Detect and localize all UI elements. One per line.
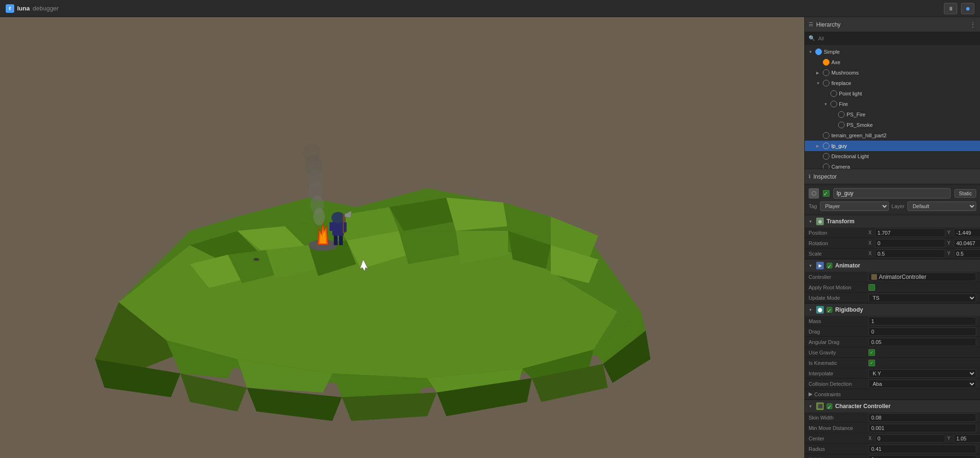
tree-icon-mushrooms: [823, 69, 829, 76]
pos-y-group: Y: [947, 229, 980, 237]
scale-x-input[interactable]: [875, 249, 945, 258]
hierarchy-more-btn[interactable]: ⋮: [970, 21, 976, 29]
collision-select[interactable]: Aba: [868, 380, 976, 388]
tree-icon-fireplace: [823, 80, 829, 86]
interpolate-select[interactable]: K Y: [868, 369, 976, 378]
drag-input[interactable]: [868, 327, 976, 336]
rigidbody-checkbox[interactable]: ✓: [827, 307, 832, 313]
controller-label: Controller: [809, 274, 866, 280]
animator-icon: ▶: [816, 262, 824, 269]
skin-width-input[interactable]: [868, 413, 976, 422]
scale-label: Scale: [809, 251, 866, 257]
svg-rect-48: [334, 236, 338, 245]
constraints-arrow: ▶: [809, 391, 812, 397]
update-mode-select[interactable]: TS: [868, 294, 976, 302]
transform-title: Transform: [827, 218, 855, 225]
tree-item-camera[interactable]: Camera: [805, 162, 980, 169]
tree-item-pointlight[interactable]: Point light: [805, 88, 980, 99]
is-kinematic-checkbox[interactable]: ✓: [868, 360, 875, 366]
pause-button[interactable]: ⏸: [944, 3, 957, 14]
scale-y-group: Y: [947, 249, 980, 258]
viewport[interactable]: [0, 17, 804, 458]
tree-arrow-mushrooms: ▶: [816, 71, 821, 75]
rot-x-label: X: [868, 240, 874, 246]
tree-icon-axe: [823, 59, 829, 66]
controller-row: Controller AnimatorController: [805, 272, 980, 282]
use-gravity-checkbox[interactable]: ✓: [868, 349, 875, 356]
pos-x-input[interactable]: [875, 229, 945, 237]
cc-center-y-input[interactable]: [954, 434, 980, 443]
scale-y-input[interactable]: [954, 249, 980, 258]
search-icon: 🔍: [809, 35, 815, 41]
tree-icon-lpguy: [823, 143, 829, 149]
rot-x-input[interactable]: [875, 239, 945, 248]
tree-label-simple: Simple: [824, 49, 840, 55]
tree-item-terrain[interactable]: terrain_green_hill_part2: [805, 130, 980, 141]
cc-center-x-input[interactable]: [875, 434, 945, 443]
min-move-label: Min Move Distance: [809, 425, 866, 431]
rot-y-input[interactable]: [954, 239, 980, 248]
animator-checkbox[interactable]: ✓: [827, 263, 832, 268]
animator-header[interactable]: ▼ ▶ ✓ Animator: [805, 259, 980, 272]
tree-item-dirlight[interactable]: Directional Light: [805, 151, 980, 162]
rotation-label: Rotation: [809, 240, 866, 246]
tree-item-axe[interactable]: Axe: [805, 57, 980, 67]
scale-xyz: X Y Z: [868, 249, 980, 258]
is-kinematic-label: Is Kinematic: [809, 360, 866, 366]
layer-label: Layer: [892, 203, 905, 209]
pos-y-input[interactable]: [954, 229, 980, 237]
tree-icon-pssmoke: [838, 122, 845, 128]
transform-icon: ⊕: [816, 218, 824, 225]
obj-name-input[interactable]: [833, 188, 951, 199]
height-input[interactable]: [868, 455, 976, 458]
hierarchy-search-input[interactable]: [818, 36, 976, 41]
animator-title: Animator: [835, 262, 860, 269]
apply-root-checkbox[interactable]: [868, 284, 875, 291]
tree-item-lpguy[interactable]: ▶ lp_guy: [805, 141, 980, 151]
cc-icon: ⬛: [816, 402, 824, 410]
radius-input[interactable]: [868, 445, 976, 453]
tree-label-axe: Axe: [831, 59, 840, 65]
cc-center-row: Center X Y Z: [805, 433, 980, 444]
cc-title: Character Controller: [835, 403, 891, 410]
hierarchy-menu-icon: ☰: [809, 21, 813, 28]
is-kinematic-row: Is Kinematic ✓: [805, 358, 980, 368]
inspector-scroll[interactable]: ▼ ⊕ Transform Position X: [805, 215, 980, 458]
angular-drag-input[interactable]: [868, 338, 976, 346]
tree-item-simple[interactable]: ▼ Simple: [805, 47, 980, 57]
character-controller-header[interactable]: ▼ ⬛ ✓ Character Controller: [805, 400, 980, 412]
rigidbody-header[interactable]: ▼ ⬤ ✓ Rigidbody: [805, 304, 980, 316]
min-move-input[interactable]: [868, 424, 976, 432]
height-row: Height: [805, 454, 980, 458]
layer-select[interactable]: Default: [907, 201, 976, 211]
cc-center-x-label: X: [868, 436, 874, 441]
transform-header[interactable]: ▼ ⊕ Transform: [805, 215, 980, 228]
tree-label-lpguy: lp_guy: [831, 143, 847, 149]
tree-arrow-lpguy: ▶: [816, 144, 821, 148]
cc-checkbox[interactable]: ✓: [827, 403, 832, 409]
tree-item-pssmoke[interactable]: PS_Smoke: [805, 120, 980, 130]
tree-item-mushrooms[interactable]: ▶ Mushrooms: [805, 67, 980, 78]
scale-row: Scale X Y Z: [805, 248, 980, 259]
transform-arrow: ▼: [809, 219, 813, 224]
tree-icon-psfire: [838, 111, 845, 118]
record-button[interactable]: ⏺: [961, 3, 974, 14]
obj-active-checkbox[interactable]: ✓: [823, 190, 829, 197]
right-panel: ☰ Hierarchy ⋮ 🔍 ▼ Simple: [804, 17, 980, 458]
position-label: Position: [809, 230, 866, 236]
mass-input[interactable]: [868, 317, 976, 325]
tree-label-mushrooms: Mushrooms: [831, 70, 858, 76]
hierarchy-title: Hierarchy: [816, 21, 840, 28]
constraints-row[interactable]: ▶ Constraints: [805, 389, 980, 400]
controller-ref-icon: [871, 274, 877, 280]
skin-width-row: Skin Width: [805, 412, 980, 423]
tree-item-fireplace[interactable]: ▼ fireplace: [805, 78, 980, 88]
update-mode-label: Update Mode: [809, 295, 866, 301]
luna-icon: ℓ: [6, 4, 14, 13]
tree-icon-camera: [823, 163, 829, 169]
tree-item-psfire[interactable]: PS_Fire: [805, 109, 980, 120]
tree-item-fire[interactable]: ▼ Fire: [805, 99, 980, 109]
drag-label: Drag: [809, 329, 866, 334]
rot-y-label: Y: [947, 240, 953, 246]
tag-select[interactable]: Player: [820, 201, 889, 211]
